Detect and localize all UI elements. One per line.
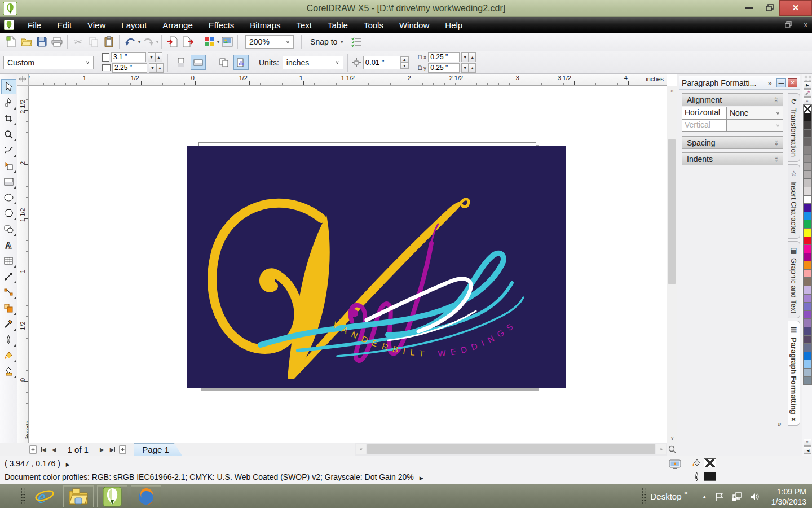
dimension-tool[interactable] bbox=[1, 269, 16, 284]
horizontal-scroll-thumb[interactable] bbox=[367, 444, 655, 454]
menu-layout[interactable]: Layout bbox=[113, 18, 155, 32]
duplicate-y-spinner[interactable]: ▼▲ bbox=[461, 63, 476, 73]
color-swatch[interactable] bbox=[803, 146, 812, 155]
application-launcher-button[interactable] bbox=[201, 34, 217, 49]
taskbar-file-explorer[interactable] bbox=[63, 485, 94, 507]
doc-close-button[interactable]: x bbox=[804, 20, 808, 29]
ellipse-tool[interactable] bbox=[1, 190, 16, 205]
all-pages-button[interactable] bbox=[216, 55, 231, 70]
scroll-left-button[interactable]: « bbox=[356, 444, 366, 454]
save-button[interactable] bbox=[34, 34, 49, 49]
color-swatch[interactable] bbox=[803, 310, 812, 319]
nudge-distance-field[interactable] bbox=[363, 56, 400, 69]
fill-color-none-swatch[interactable] bbox=[704, 458, 716, 467]
window-minimize-button[interactable] bbox=[738, 0, 760, 16]
last-page-button[interactable]: ▶ bbox=[108, 446, 118, 453]
page-preset-combo[interactable]: Custom ∨ bbox=[3, 56, 94, 69]
doc-restore-button[interactable] bbox=[785, 21, 792, 28]
undo-button[interactable] bbox=[122, 34, 138, 49]
menu-bitmaps[interactable]: Bitmaps bbox=[242, 18, 288, 32]
color-swatch[interactable] bbox=[803, 286, 812, 295]
color-swatch[interactable] bbox=[803, 154, 812, 163]
menu-arrange[interactable]: Arrange bbox=[155, 18, 200, 32]
page-width-spinner[interactable]: ▼▲ bbox=[148, 52, 162, 62]
page-width-field[interactable] bbox=[111, 52, 146, 62]
profiles-expand-icon[interactable]: ▶ bbox=[420, 475, 423, 481]
table-tool[interactable] bbox=[1, 253, 16, 268]
drawing-canvas[interactable]: VANDERBILT WEDDINGS bbox=[29, 86, 667, 443]
scroll-down-button[interactable]: « bbox=[667, 433, 677, 443]
docker-minimize-button[interactable]: — bbox=[776, 78, 786, 87]
color-swatch[interactable] bbox=[803, 253, 812, 262]
new-document-button[interactable] bbox=[3, 34, 19, 49]
menu-view[interactable]: View bbox=[80, 18, 113, 32]
tab-transformation[interactable]: ↻Transformation bbox=[788, 93, 800, 162]
outline-color-swatch[interactable] bbox=[704, 472, 716, 481]
menu-tools[interactable]: Tools bbox=[356, 18, 391, 32]
color-swatch[interactable] bbox=[803, 129, 812, 138]
add-page-end-button[interactable] bbox=[118, 445, 127, 454]
palette-scroll-up-button[interactable]: « bbox=[804, 97, 811, 104]
indents-section-header[interactable]: Indents «« bbox=[682, 152, 783, 165]
basic-shapes-tool[interactable] bbox=[1, 221, 16, 237]
palette-scroll-down-button[interactable]: « bbox=[804, 439, 811, 446]
network-icon[interactable] bbox=[732, 492, 742, 501]
vertical-scroll-thumb[interactable] bbox=[668, 139, 676, 284]
color-swatch[interactable] bbox=[803, 187, 812, 196]
volume-icon[interactable] bbox=[750, 492, 760, 501]
window-restore-button[interactable] bbox=[760, 0, 779, 16]
color-swatch[interactable] bbox=[803, 170, 812, 179]
document-properties-monitor-icon[interactable] bbox=[669, 459, 681, 470]
units-combo[interactable]: inches ∨ bbox=[283, 56, 343, 69]
menu-effects[interactable]: Effects bbox=[201, 18, 242, 32]
snap-to-button[interactable]: Snap to ▾ bbox=[310, 37, 343, 46]
tab-insert-character[interactable]: ☆Insert Character bbox=[788, 164, 800, 239]
tab-close-icon[interactable]: x bbox=[791, 418, 797, 421]
taskbar-coreldraw[interactable] bbox=[97, 485, 127, 507]
scroll-right-button[interactable]: « bbox=[656, 444, 666, 454]
first-page-button[interactable]: ◀ bbox=[38, 446, 48, 453]
duplicate-x-spinner[interactable]: ▼▲ bbox=[461, 52, 476, 62]
alignment-section-header[interactable]: Alignment «« bbox=[682, 93, 783, 106]
taskbar-internet-explorer[interactable]: e bbox=[29, 485, 60, 507]
previous-page-button[interactable]: ◀ bbox=[50, 446, 59, 453]
color-swatch[interactable] bbox=[803, 113, 812, 122]
pick-tool[interactable] bbox=[1, 79, 16, 94]
color-swatch[interactable] bbox=[803, 137, 812, 146]
portrait-button[interactable] bbox=[173, 55, 188, 70]
menu-window[interactable]: Window bbox=[391, 18, 437, 32]
palette-flyout-button[interactable]: ▶ bbox=[804, 81, 811, 89]
doc-minimize-button[interactable]: — bbox=[765, 20, 773, 29]
color-swatch[interactable] bbox=[803, 162, 812, 171]
menu-table[interactable]: Table bbox=[320, 18, 356, 32]
color-swatch[interactable] bbox=[803, 327, 812, 336]
shape-tool[interactable] bbox=[1, 95, 16, 110]
logo-artwork[interactable]: VANDERBILT WEDDINGS bbox=[187, 146, 566, 388]
export-button[interactable] bbox=[180, 34, 195, 49]
landscape-button[interactable] bbox=[191, 55, 206, 70]
add-page-start-button[interactable] bbox=[29, 445, 37, 454]
desktop-toolbar-label[interactable]: Desktop bbox=[651, 492, 682, 501]
page-tab[interactable]: Page 1 bbox=[134, 443, 182, 456]
print-button[interactable] bbox=[49, 34, 64, 49]
open-button[interactable] bbox=[19, 34, 34, 49]
interactive-fill-tool[interactable] bbox=[1, 364, 16, 379]
taskbar-firefox[interactable] bbox=[131, 485, 161, 507]
color-swatch[interactable] bbox=[803, 368, 812, 377]
color-swatch[interactable] bbox=[803, 302, 812, 311]
docker-overflow-icon[interactable]: » bbox=[778, 420, 782, 428]
show-hidden-icons-button[interactable]: ▲ bbox=[702, 494, 707, 500]
crop-tool[interactable] bbox=[1, 111, 16, 126]
menu-file[interactable]: File bbox=[20, 18, 49, 32]
taskbar-clock[interactable]: 1:09 PM 1/30/2013 bbox=[771, 487, 806, 507]
palette-eyedropper-button[interactable] bbox=[804, 89, 811, 97]
color-swatch[interactable] bbox=[803, 228, 812, 237]
nudge-spinner[interactable]: ▲▼ bbox=[400, 56, 409, 69]
color-swatch[interactable] bbox=[803, 294, 812, 303]
page-height-spinner[interactable]: ▼▲ bbox=[149, 63, 164, 73]
color-swatch[interactable] bbox=[803, 376, 812, 386]
rectangle-tool[interactable] bbox=[1, 174, 16, 189]
color-swatch[interactable] bbox=[803, 277, 812, 286]
welcome-screen-button[interactable] bbox=[219, 34, 235, 49]
connector-tool[interactable] bbox=[1, 284, 16, 300]
